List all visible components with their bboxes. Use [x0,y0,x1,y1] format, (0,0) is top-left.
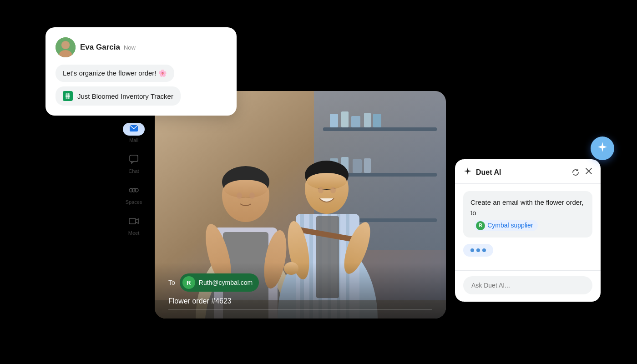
duet-ask-input[interactable] [463,276,592,294]
svg-point-54 [330,187,336,193]
svg-rect-17 [323,127,437,131]
meet-icon [129,217,139,227]
typing-dot-1 [470,248,474,252]
duet-contact-chip: R Cymbal supplier [474,220,537,231]
typing-dot-3 [482,248,486,252]
svg-point-35 [224,180,268,198]
compose-subject: Flower order #4623 [168,297,432,309]
recipient-avatar: R [182,276,195,289]
duet-typing-indicator [463,244,493,257]
sidebar-item-meet[interactable]: Meet [123,216,145,236]
gmail-sidebar: Mail Chat Spaces [123,123,145,236]
duet-prompt-bubble: Create an email with the flower order, t… [463,191,592,238]
sheets-icon [63,91,73,101]
avatar [56,37,76,57]
svg-point-13 [135,188,138,192]
avatar-image [56,37,76,57]
duet-body: Create an email with the flower order, t… [455,184,601,270]
meet-icon-wrap [123,216,145,228]
chat-name-time: Eva Garcia Now [80,43,136,52]
spaces-label: Spaces [126,199,142,205]
svg-rect-27 [353,159,362,173]
svg-rect-22 [351,116,360,127]
svg-point-36 [237,192,242,199]
chat-file-attachment[interactable]: Just Bloomed Inventory Tracker [56,86,181,106]
duet-title-row: Duet AI [463,167,501,178]
typing-dot-2 [476,248,480,252]
meet-label: Meet [128,230,139,236]
spaces-icon-wrap [123,185,145,197]
duet-header: Duet AI [455,159,601,184]
duet-divider [455,270,601,271]
chat-card-header: Eva Garcia Now [56,37,224,57]
compose-area: To R Ruth@cymbal.com Flower order #4623 [155,91,446,318]
photo-background: To R Ruth@cymbal.com Flower order #4623 [155,91,446,318]
svg-rect-20 [330,114,338,127]
mail-label: Mail [129,137,138,143]
svg-point-37 [249,192,255,199]
chat-icon [129,155,138,166]
duet-close-button[interactable] [585,167,592,177]
duet-contact-avatar: R [476,221,485,230]
sparkle-icon [597,141,608,156]
spaces-icon [129,187,139,196]
svg-rect-10 [130,155,138,162]
chat-icon-wrap [123,154,145,167]
sidebar-item-chat[interactable]: Chat [123,154,145,174]
chat-message-bubble: Let's organize the flower order! 🌸 [56,65,174,82]
compose-recipient-chip[interactable]: R Ruth@cymbal.com [180,273,259,292]
svg-rect-28 [364,158,371,173]
svg-rect-4 [66,93,70,99]
compose-to-row: To R Ruth@cymbal.com [168,273,432,292]
chat-messages: Let's organize the flower order! 🌸 Just … [56,65,224,106]
duet-star-icon [463,167,472,178]
chat-label: Chat [128,168,139,174]
svg-point-3 [61,41,70,49]
svg-point-53 [318,187,324,193]
duet-ai-panel: Duet AI Create an email with the flower … [455,159,601,302]
svg-rect-24 [373,114,381,127]
message-timestamp: Now [124,44,136,51]
svg-rect-23 [364,113,371,127]
compose-overlay: To R Ruth@cymbal.com Flower order #4623 [155,263,446,318]
mail-icon-wrap [123,123,145,136]
mail-icon [129,125,138,134]
sidebar-item-mail[interactable]: Mail [123,123,145,143]
duet-actions [571,167,592,177]
duet-title: Duet AI [476,168,501,177]
duet-sparkle-button[interactable] [591,136,614,160]
recipient-email: Ruth@cymbal.com [199,279,253,286]
duet-refresh-button[interactable] [571,168,580,177]
file-name: Just Bloomed Inventory Tracker [77,92,173,100]
sidebar-item-spaces[interactable]: Spaces [123,185,145,205]
svg-rect-21 [341,111,349,127]
svg-point-52 [307,173,347,189]
sender-name: Eva Garcia [80,43,120,52]
compose-subject-text: Flower order #4623 [168,297,232,305]
chat-notification-card: Eva Garcia Now Let's organize the flower… [46,27,237,116]
duet-input-row[interactable] [455,276,601,302]
compose-to-label: To [168,279,175,286]
svg-rect-14 [129,218,136,224]
